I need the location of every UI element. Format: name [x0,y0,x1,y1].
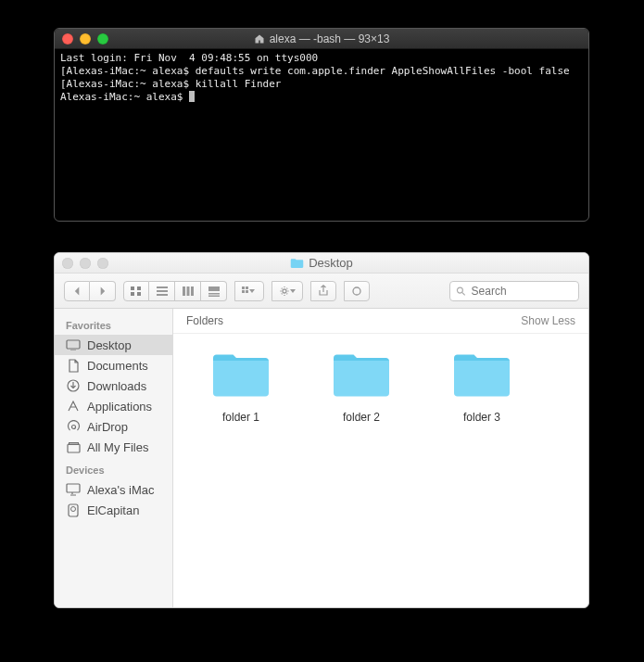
svg-rect-12 [208,295,220,297]
view-segment [123,281,227,301]
svg-point-18 [353,287,360,295]
close-button[interactable] [62,33,73,45]
terminal-line: [Alexas-iMac:~ alexa$ defaults write com… [60,65,589,77]
imac-icon [66,482,81,497]
svg-rect-9 [191,286,194,296]
finder-titlebar[interactable]: Desktop [55,253,588,274]
sidebar-item-desktop[interactable]: Desktop [55,335,172,355]
folder-item[interactable]: folder 2 [320,350,403,424]
svg-rect-8 [186,286,189,296]
terminal-title: alexa — -bash — 93×13 [270,32,390,45]
svg-rect-7 [183,286,185,296]
svg-point-19 [457,287,462,293]
terminal-titlebar[interactable]: alexa — -bash — 93×13 [55,29,588,49]
svg-rect-0 [131,286,134,290]
svg-rect-14 [246,286,248,289]
svg-rect-27 [67,484,80,492]
finder-title: Desktop [309,256,353,270]
folders-area: folder 1 folder 2 folder 3 [173,334,588,607]
sidebar-item-label: Downloads [87,379,146,393]
icon-view-button[interactable] [123,281,149,301]
search-field[interactable] [449,281,579,301]
sidebar-item-imac[interactable]: Alexa's iMac [55,479,172,500]
section-bar: Folders Show Less [173,309,588,334]
sidebar-header-favorites: Favorites [55,312,172,335]
forward-button[interactable] [90,281,116,301]
applications-icon [66,399,81,414]
sidebar-item-airdrop[interactable]: AirDrop [55,416,172,437]
nav-segment [64,281,116,301]
finder-window: Desktop [54,252,589,608]
sidebar-item-applications[interactable]: Applications [55,396,172,416]
svg-rect-25 [68,444,80,452]
section-title: Folders [186,314,223,327]
svg-rect-2 [131,292,134,296]
share-segment [310,281,336,301]
svg-rect-15 [242,290,245,293]
zoom-button[interactable] [97,33,108,45]
share-button[interactable] [310,281,336,301]
svg-line-20 [462,292,465,295]
arrange-segment [234,281,264,301]
folder-icon [450,350,513,401]
zoom-button[interactable] [97,258,108,269]
sidebar-item-label: ElCapitan [87,503,139,517]
minimize-button[interactable] [80,33,91,45]
sidebar-item-label: Applications [87,400,152,414]
document-icon [66,358,81,373]
home-icon [254,33,265,45]
terminal-line: [Alexas-iMac:~ alexa$ killall Finder ] [60,78,589,90]
column-view-button[interactable] [175,281,201,301]
sidebar-item-elcapitan[interactable]: ElCapitan [55,500,172,520]
svg-rect-21 [67,340,80,349]
downloads-icon [66,378,81,393]
folder-icon [209,350,272,401]
svg-rect-1 [137,286,141,290]
svg-rect-4 [157,286,168,288]
terminal-window: alexa — -bash — 93×13 Last login: Fri No… [54,28,589,222]
sidebar-item-label: Alexa's iMac [87,483,155,497]
sidebar-item-allmyfiles[interactable]: All My Files [55,437,172,457]
allfiles-icon [66,439,81,454]
svg-point-29 [71,506,76,511]
search-input[interactable] [470,284,573,299]
sidebar-item-label: Desktop [87,338,132,352]
svg-rect-16 [246,290,248,293]
back-button[interactable] [64,281,90,301]
sidebar-item-downloads[interactable]: Downloads [55,376,172,396]
terminal-prompt: Alexas-iMac:~ alexa$ [60,91,189,103]
sidebar-item-label: AirDrop [87,420,128,434]
svg-rect-10 [208,286,220,291]
airdrop-icon [66,419,81,434]
arrange-button[interactable] [234,281,264,301]
coverflow-view-button[interactable] [201,281,227,301]
sidebar-item-documents[interactable]: Documents [55,355,172,376]
close-button[interactable] [62,258,73,269]
sidebar: Favorites Desktop Documents Downloads Ap… [55,309,173,607]
finder-toolbar [55,274,588,309]
list-view-button[interactable] [149,281,175,301]
svg-rect-5 [157,290,168,292]
terminal-line: Last login: Fri Nov 4 09:48:55 on ttys00… [60,52,318,64]
folder-icon [330,350,393,401]
folder-icon [290,258,304,269]
folder-item[interactable]: folder 3 [440,350,524,424]
svg-rect-13 [242,286,245,289]
desktop-icon [66,337,81,352]
svg-rect-3 [137,292,141,296]
folder-label: folder 2 [320,411,403,424]
sidebar-item-label: Documents [87,359,148,373]
action-segment [271,281,303,301]
svg-point-17 [283,289,286,293]
search-icon [456,286,466,297]
folder-item[interactable]: folder 1 [199,350,283,424]
disk-icon [66,503,81,517]
svg-rect-6 [157,294,168,296]
terminal-body[interactable]: Last login: Fri Nov 4 09:48:55 on ttys00… [55,49,588,107]
tags-button[interactable] [344,281,370,301]
tags-segment [344,281,370,301]
svg-rect-11 [208,293,220,295]
action-button[interactable] [271,281,303,301]
section-toggle[interactable]: Show Less [521,314,575,327]
minimize-button[interactable] [80,258,91,269]
